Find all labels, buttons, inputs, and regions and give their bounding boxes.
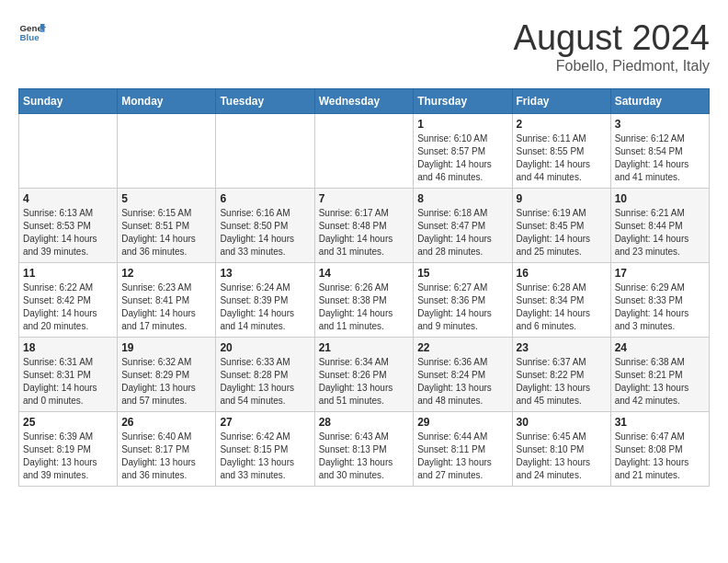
calendar-cell: 27Sunrise: 6:42 AMSunset: 8:15 PMDayligh… bbox=[216, 412, 314, 487]
calendar-week-2: 4Sunrise: 6:13 AMSunset: 8:53 PMDaylight… bbox=[19, 189, 710, 263]
day-number: 22 bbox=[417, 341, 507, 354]
calendar-week-1: 1Sunrise: 6:10 AMSunset: 8:57 PMDaylight… bbox=[19, 114, 710, 189]
day-info: Sunrise: 6:27 AMSunset: 8:36 PMDaylight:… bbox=[417, 282, 507, 333]
calendar-cell bbox=[118, 114, 216, 189]
day-info: Sunrise: 6:33 AMSunset: 8:28 PMDaylight:… bbox=[220, 356, 310, 408]
day-number: 20 bbox=[220, 341, 310, 354]
calendar-cell: 6Sunrise: 6:16 AMSunset: 8:50 PMDaylight… bbox=[216, 189, 314, 263]
logo-icon: General Blue bbox=[18, 18, 46, 46]
day-number: 7 bbox=[319, 192, 410, 205]
calendar-cell: 16Sunrise: 6:28 AMSunset: 8:34 PMDayligh… bbox=[512, 263, 610, 338]
calendar-cell: 10Sunrise: 6:21 AMSunset: 8:44 PMDayligh… bbox=[610, 189, 709, 263]
calendar-cell: 29Sunrise: 6:44 AMSunset: 8:11 PMDayligh… bbox=[414, 412, 512, 487]
calendar-cell: 25Sunrise: 6:39 AMSunset: 8:19 PMDayligh… bbox=[19, 412, 118, 487]
calendar-cell: 26Sunrise: 6:40 AMSunset: 8:17 PMDayligh… bbox=[118, 412, 216, 487]
day-info: Sunrise: 6:11 AMSunset: 8:55 PMDaylight:… bbox=[517, 132, 607, 184]
day-number: 2 bbox=[517, 118, 607, 131]
calendar-cell bbox=[216, 114, 314, 189]
day-number: 1 bbox=[417, 118, 507, 131]
day-info: Sunrise: 6:28 AMSunset: 8:34 PMDaylight:… bbox=[517, 282, 607, 333]
calendar-cell: 18Sunrise: 6:31 AMSunset: 8:31 PMDayligh… bbox=[19, 338, 118, 412]
day-info: Sunrise: 6:34 AMSunset: 8:26 PMDaylight:… bbox=[319, 356, 410, 408]
calendar-cell: 28Sunrise: 6:43 AMSunset: 8:13 PMDayligh… bbox=[314, 412, 414, 487]
calendar-week-5: 25Sunrise: 6:39 AMSunset: 8:19 PMDayligh… bbox=[19, 412, 710, 487]
calendar-cell: 23Sunrise: 6:37 AMSunset: 8:22 PMDayligh… bbox=[512, 338, 610, 412]
day-number: 17 bbox=[615, 267, 705, 280]
calendar-cell: 31Sunrise: 6:47 AMSunset: 8:08 PMDayligh… bbox=[610, 412, 709, 487]
day-info: Sunrise: 6:45 AMSunset: 8:10 PMDaylight:… bbox=[517, 431, 607, 482]
logo: General Blue bbox=[18, 18, 46, 46]
calendar-dow-sunday: Sunday bbox=[19, 89, 118, 114]
calendar-cell: 13Sunrise: 6:24 AMSunset: 8:39 PMDayligh… bbox=[216, 263, 314, 338]
day-number: 4 bbox=[23, 192, 113, 205]
title-block: August 2024 Fobello, Piedmont, Italy bbox=[514, 18, 710, 75]
day-info: Sunrise: 6:31 AMSunset: 8:31 PMDaylight:… bbox=[23, 356, 113, 408]
day-info: Sunrise: 6:36 AMSunset: 8:24 PMDaylight:… bbox=[417, 356, 507, 408]
day-number: 31 bbox=[615, 416, 705, 429]
calendar-cell: 3Sunrise: 6:12 AMSunset: 8:54 PMDaylight… bbox=[610, 114, 709, 189]
day-number: 6 bbox=[220, 192, 310, 205]
day-info: Sunrise: 6:15 AMSunset: 8:51 PMDaylight:… bbox=[121, 207, 211, 259]
calendar-cell: 21Sunrise: 6:34 AMSunset: 8:26 PMDayligh… bbox=[314, 338, 414, 412]
day-info: Sunrise: 6:13 AMSunset: 8:53 PMDaylight:… bbox=[23, 207, 113, 259]
day-number: 11 bbox=[23, 267, 113, 280]
calendar-cell: 30Sunrise: 6:45 AMSunset: 8:10 PMDayligh… bbox=[512, 412, 610, 487]
day-info: Sunrise: 6:21 AMSunset: 8:44 PMDaylight:… bbox=[615, 207, 705, 259]
day-number: 29 bbox=[417, 416, 507, 429]
day-info: Sunrise: 6:29 AMSunset: 8:33 PMDaylight:… bbox=[615, 282, 705, 333]
calendar-cell: 4Sunrise: 6:13 AMSunset: 8:53 PMDaylight… bbox=[19, 189, 118, 263]
day-info: Sunrise: 6:44 AMSunset: 8:11 PMDaylight:… bbox=[417, 431, 507, 482]
day-info: Sunrise: 6:12 AMSunset: 8:54 PMDaylight:… bbox=[615, 132, 705, 184]
day-info: Sunrise: 6:37 AMSunset: 8:22 PMDaylight:… bbox=[517, 356, 607, 408]
day-number: 14 bbox=[319, 267, 410, 280]
calendar-cell: 20Sunrise: 6:33 AMSunset: 8:28 PMDayligh… bbox=[216, 338, 314, 412]
day-number: 19 bbox=[121, 341, 211, 354]
day-info: Sunrise: 6:24 AMSunset: 8:39 PMDaylight:… bbox=[220, 282, 310, 333]
day-info: Sunrise: 6:23 AMSunset: 8:41 PMDaylight:… bbox=[121, 282, 211, 333]
month-year: August 2024 bbox=[514, 18, 710, 58]
calendar-dow-tuesday: Tuesday bbox=[216, 89, 314, 114]
calendar-cell: 22Sunrise: 6:36 AMSunset: 8:24 PMDayligh… bbox=[414, 338, 512, 412]
day-number: 24 bbox=[615, 341, 705, 354]
calendar-header-row: SundayMondayTuesdayWednesdayThursdayFrid… bbox=[19, 89, 710, 114]
calendar-cell: 2Sunrise: 6:11 AMSunset: 8:55 PMDaylight… bbox=[512, 114, 610, 189]
calendar-cell bbox=[314, 114, 414, 189]
calendar-cell: 17Sunrise: 6:29 AMSunset: 8:33 PMDayligh… bbox=[610, 263, 709, 338]
day-info: Sunrise: 6:42 AMSunset: 8:15 PMDaylight:… bbox=[220, 431, 310, 482]
day-info: Sunrise: 6:18 AMSunset: 8:47 PMDaylight:… bbox=[417, 207, 507, 259]
day-info: Sunrise: 6:39 AMSunset: 8:19 PMDaylight:… bbox=[23, 431, 113, 482]
day-number: 5 bbox=[121, 192, 211, 205]
calendar-dow-thursday: Thursday bbox=[414, 89, 512, 114]
day-number: 26 bbox=[121, 416, 211, 429]
calendar-cell: 11Sunrise: 6:22 AMSunset: 8:42 PMDayligh… bbox=[19, 263, 118, 338]
day-info: Sunrise: 6:10 AMSunset: 8:57 PMDaylight:… bbox=[417, 132, 507, 184]
day-number: 18 bbox=[23, 341, 113, 354]
day-info: Sunrise: 6:17 AMSunset: 8:48 PMDaylight:… bbox=[319, 207, 410, 259]
day-number: 30 bbox=[517, 416, 607, 429]
day-number: 10 bbox=[615, 192, 705, 205]
day-number: 13 bbox=[220, 267, 310, 280]
calendar-cell: 1Sunrise: 6:10 AMSunset: 8:57 PMDaylight… bbox=[414, 114, 512, 189]
day-number: 25 bbox=[23, 416, 113, 429]
calendar-cell: 19Sunrise: 6:32 AMSunset: 8:29 PMDayligh… bbox=[118, 338, 216, 412]
calendar-dow-wednesday: Wednesday bbox=[314, 89, 414, 114]
page-header: General Blue August 2024 Fobello, Piedmo… bbox=[18, 18, 710, 75]
day-info: Sunrise: 6:16 AMSunset: 8:50 PMDaylight:… bbox=[220, 207, 310, 259]
day-info: Sunrise: 6:40 AMSunset: 8:17 PMDaylight:… bbox=[121, 431, 211, 482]
day-info: Sunrise: 6:19 AMSunset: 8:45 PMDaylight:… bbox=[517, 207, 607, 259]
day-number: 27 bbox=[220, 416, 310, 429]
day-number: 16 bbox=[517, 267, 607, 280]
day-info: Sunrise: 6:47 AMSunset: 8:08 PMDaylight:… bbox=[615, 431, 705, 482]
day-number: 8 bbox=[417, 192, 507, 205]
day-number: 12 bbox=[121, 267, 211, 280]
calendar-cell: 14Sunrise: 6:26 AMSunset: 8:38 PMDayligh… bbox=[314, 263, 414, 338]
day-number: 23 bbox=[517, 341, 607, 354]
day-info: Sunrise: 6:43 AMSunset: 8:13 PMDaylight:… bbox=[319, 431, 410, 482]
calendar-cell: 5Sunrise: 6:15 AMSunset: 8:51 PMDaylight… bbox=[118, 189, 216, 263]
day-number: 15 bbox=[417, 267, 507, 280]
calendar-week-4: 18Sunrise: 6:31 AMSunset: 8:31 PMDayligh… bbox=[19, 338, 710, 412]
location: Fobello, Piedmont, Italy bbox=[514, 58, 710, 75]
day-info: Sunrise: 6:22 AMSunset: 8:42 PMDaylight:… bbox=[23, 282, 113, 333]
day-info: Sunrise: 6:32 AMSunset: 8:29 PMDaylight:… bbox=[121, 356, 211, 408]
calendar-cell: 24Sunrise: 6:38 AMSunset: 8:21 PMDayligh… bbox=[610, 338, 709, 412]
